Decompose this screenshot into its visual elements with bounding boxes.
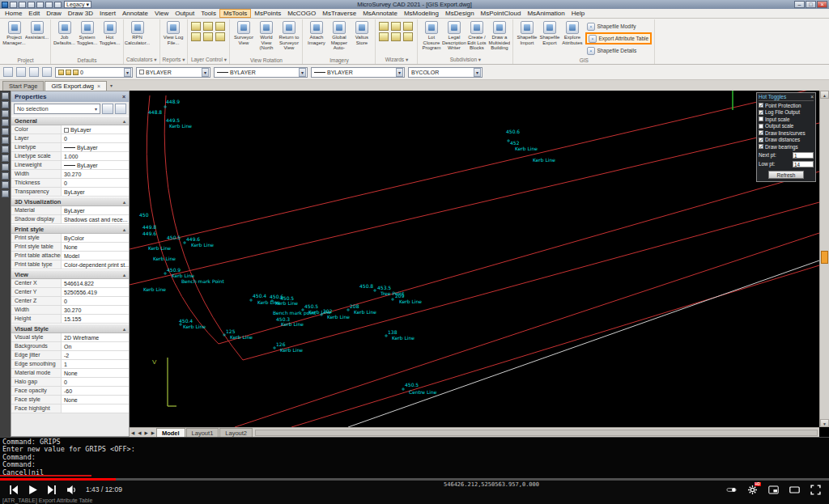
hot-toggle-draw-distances[interactable]: ✓Draw distances <box>759 137 814 144</box>
property-value[interactable]: ByLayer <box>62 188 129 196</box>
property-value[interactable]: ByLayer <box>62 143 129 151</box>
menu-mspoints[interactable]: MsPoints <box>251 9 284 18</box>
tab-list-arrow-icon[interactable]: ▾ <box>108 81 115 91</box>
zoom-window-icon[interactable] <box>2 101 9 108</box>
property-value[interactable] <box>62 404 129 413</box>
redo-icon[interactable] <box>2 146 9 153</box>
property-value[interactable]: ByColor <box>62 234 129 242</box>
next-button[interactable] <box>47 485 57 495</box>
menu-view[interactable]: View <box>151 9 172 18</box>
workspace-preset-dropdown[interactable]: Legacy ▾ <box>64 1 91 8</box>
doc-tab-start-page[interactable]: Start Page <box>2 81 44 91</box>
menu-mstools[interactable]: MsTools <box>219 9 251 18</box>
quick-select-icon[interactable] <box>42 67 52 77</box>
canvas-vertical-scrollbar[interactable]: ▲ ▼ <box>819 91 829 427</box>
distance-icon[interactable] <box>2 181 9 188</box>
wizard-6-icon[interactable] <box>403 32 413 41</box>
menu-msmodeling[interactable]: MsModeling <box>401 9 442 18</box>
menu-mstraverse[interactable]: MsTraverse <box>319 9 359 18</box>
layout-tab-layout1[interactable]: Layout1 <box>186 428 219 437</box>
next-tab-arrow-icon[interactable]: ▶ <box>142 430 149 435</box>
select-cursor-icon[interactable] <box>2 92 9 100</box>
panel-close-icon[interactable]: × <box>122 94 125 100</box>
video-progress-bar[interactable] <box>0 478 829 481</box>
scroll-down-arrow-icon[interactable]: ▼ <box>820 419 829 427</box>
drawing-canvas[interactable]: 448.9448.8449.5Kerb Line450.6452Kerb Lin… <box>130 91 819 427</box>
doc-tab-gis-export-dwg[interactable]: GIS Export.dwg× <box>45 81 107 91</box>
autoplay-toggle[interactable] <box>726 485 737 495</box>
linetype-dropdown[interactable]: BYLAYER▾ <box>214 67 308 78</box>
ribbon-button-hot-toggles[interactable]: Hot Toggles... <box>99 20 121 45</box>
drawing-area[interactable]: 448.9448.8449.5Kerb Line450.6452Kerb Lin… <box>130 91 819 427</box>
property-value[interactable]: None <box>62 396 129 404</box>
menu-msannotate[interactable]: MsAnnotate <box>359 9 401 18</box>
field-input-next-pt[interactable]: 1 <box>793 152 814 159</box>
play-button[interactable] <box>28 485 38 495</box>
layout-tab-layout2[interactable]: Layout2 <box>219 428 253 437</box>
selection-dropdown[interactable]: No selection ▾ <box>14 104 100 114</box>
menu-msanimation[interactable]: MsAnimation <box>524 9 568 18</box>
property-value[interactable]: Model <box>62 252 129 260</box>
ribbon-button-create-edit-lots-blocks[interactable]: Create / Edit Lots Blocks <box>466 20 487 51</box>
theater-mode-icon[interactable] <box>789 485 800 495</box>
property-value[interactable]: ByLayer <box>62 206 129 214</box>
maximize-button[interactable]: □ <box>806 1 816 8</box>
layout-tab-model[interactable]: Model <box>156 428 185 437</box>
ribbon-button-shapefile-details[interactable]: Shapefile Details <box>585 45 652 56</box>
checkbox-unchecked-icon[interactable] <box>759 124 763 129</box>
hot-toggle-draw-lines-curves[interactable]: ✓Draw lines/curves <box>759 129 814 137</box>
color-dropdown[interactable]: BYLAYER▾ <box>136 67 210 78</box>
first-tab-arrow-icon[interactable]: ◀ <box>130 430 136 435</box>
ribbon-button-world-view-north-up[interactable]: World View (North Up) <box>255 20 277 51</box>
layers-icon[interactable] <box>2 155 9 162</box>
menu-draw[interactable]: Draw <box>43 9 65 18</box>
undo-icon[interactable] <box>45 2 53 8</box>
hot-toggle-point-protection[interactable]: ✓Point Protection <box>759 102 814 109</box>
grid-toggle-icon[interactable] <box>2 172 9 180</box>
menu-edit[interactable]: Edit <box>25 9 43 18</box>
erase-icon[interactable] <box>2 190 9 197</box>
checkbox-checked-icon[interactable]: ✓ <box>759 110 763 115</box>
close-button[interactable]: × <box>817 1 827 8</box>
menu-output[interactable]: Output <box>172 9 198 18</box>
property-value[interactable]: 30.270 <box>62 170 129 178</box>
property-value[interactable]: ByLayer <box>62 161 129 169</box>
checkbox-checked-icon[interactable]: ✓ <box>759 144 763 149</box>
wizard-1-icon[interactable] <box>379 22 389 31</box>
hot-toggle-log-file-output[interactable]: ✓Log File Output <box>759 109 814 116</box>
ribbon-button-return-to-surveyor-view[interactable]: Return to Surveyor View <box>278 20 300 51</box>
property-value[interactable]: 5250556.419 <box>62 288 129 296</box>
checkbox-checked-icon[interactable]: ✓ <box>759 130 763 135</box>
match-properties-icon[interactable] <box>16 67 26 77</box>
layer-on-icon[interactable] <box>191 22 201 31</box>
ribbon-button-shapefile-export[interactable]: Shapefile Export <box>538 20 560 45</box>
property-value[interactable]: ByLayer <box>62 125 129 133</box>
hot-toggle-draw-bearings[interactable]: ✓Draw bearings <box>759 143 814 150</box>
layer-lock-icon[interactable] <box>203 32 213 41</box>
hot-toggle-output-scale[interactable]: Output scale <box>759 123 814 130</box>
checkbox-unchecked-icon[interactable] <box>759 116 763 121</box>
property-value[interactable]: 30.270 <box>62 306 129 314</box>
menu-annotate[interactable]: Annotate <box>119 9 151 18</box>
ribbon-button-explore-attributes[interactable]: Explore Attributes <box>561 20 583 45</box>
layer-dropdown[interactable]: 0▾ <box>55 67 133 78</box>
field-input-low-pt[interactable]: 14 <box>793 161 814 167</box>
prev-tab-arrow-icon[interactable]: ◀ <box>136 430 142 435</box>
zoom-extents-icon[interactable] <box>2 110 9 117</box>
fullscreen-icon[interactable] <box>810 485 821 495</box>
ribbon-button-project-manager[interactable]: Project Manager... <box>3 20 25 45</box>
ribbon-button-attach-imagery[interactable]: Attach Imagery <box>305 20 327 45</box>
ribbon-button-lot-closure-program[interactable]: Lot Closure Program <box>420 20 442 51</box>
property-value[interactable]: 0 <box>62 179 129 187</box>
miniplayer-icon[interactable] <box>768 485 779 495</box>
new-file-icon[interactable] <box>10 2 17 8</box>
ribbon-button-valtus-store[interactable]: Valtus Store <box>351 20 372 45</box>
property-value[interactable]: 0 <box>62 134 129 142</box>
property-value[interactable]: 0 <box>62 297 129 305</box>
save-icon[interactable] <box>28 2 35 8</box>
properties-panel-header[interactable]: Properties × <box>11 91 129 102</box>
menu-tools[interactable]: Tools <box>198 9 219 18</box>
section-header-view[interactable]: View▴ <box>11 269 129 279</box>
print-style-dropdown[interactable]: BYCOLOR▾ <box>408 67 483 78</box>
scrollbar-thumb[interactable] <box>821 251 828 264</box>
